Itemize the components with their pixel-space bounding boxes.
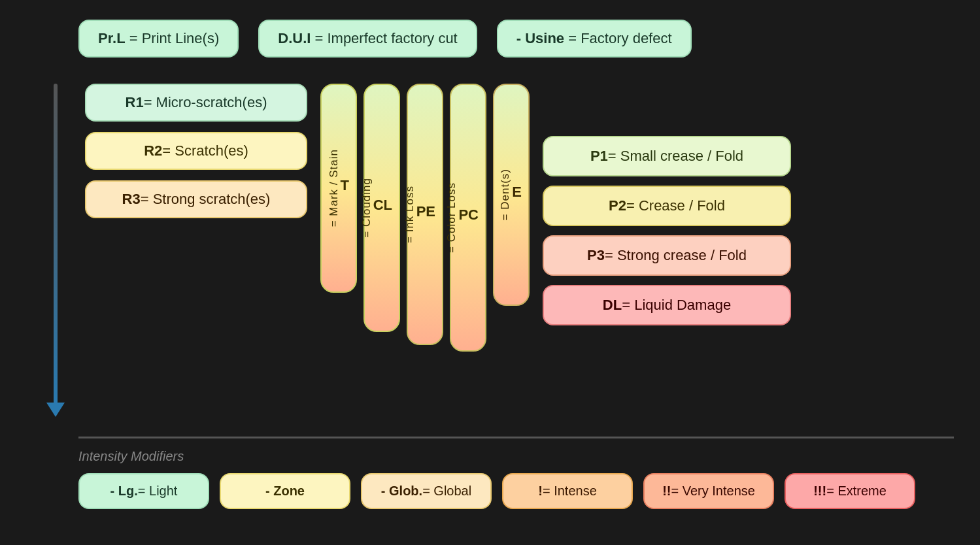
arrow-line [54, 84, 58, 404]
badge-r2-code: R2 [144, 142, 162, 159]
badge-usine-code: - Usine [516, 30, 564, 46]
badge-intense-desc: = Intense [543, 484, 597, 499]
badge-r3-desc: = Strong scratch(es) [141, 191, 271, 208]
badge-r1: R1 = Micro-scratch(es) [85, 84, 307, 122]
badge-extreme: !!! = Extreme [785, 473, 915, 509]
badge-r1-code: R1 [126, 94, 144, 111]
content-section: R1 = Micro-scratch(es) R2 = Scratch(es) … [39, 77, 954, 417]
badge-p1: P1 = Small crease / Fold [543, 136, 791, 176]
badge-dui: D.U.I = Imperfect factory cut [258, 20, 477, 58]
pill-e-text: = Dent(s) [499, 169, 512, 220]
pill-pe-code: PE [416, 203, 435, 220]
badge-p2-code: P2 [609, 197, 626, 214]
badge-p3-desc: = Strong crease / Fold [605, 247, 747, 264]
badge-p2: P2 = Crease / Fold [543, 186, 791, 226]
badge-intense-code: ! [538, 484, 543, 499]
badge-dl: DL = Liquid Damage [543, 285, 791, 325]
divider-label: Intensity Modifiers [78, 449, 954, 464]
main-container: Pr.L = Print Line(s) D.U.I = Imperfect f… [0, 0, 980, 545]
badge-r2-desc: = Scratch(es) [162, 142, 248, 159]
badge-very-intense-desc: = Very Intense [671, 484, 754, 499]
badge-extreme-code: !!! [813, 484, 826, 499]
badge-usine: - Usine = Factory defect [497, 20, 692, 58]
pill-t-text: = Mark / Stain [328, 149, 341, 227]
badge-glob: - Glob. = Global [361, 473, 492, 509]
right-badges: P1 = Small crease / Fold P2 = Crease / F… [543, 77, 791, 325]
badge-zone: - Zone [220, 473, 350, 509]
pill-t: T = Mark / Stain [320, 84, 357, 293]
badge-r3-code: R3 [122, 191, 141, 208]
badge-extreme-desc: = Extreme [826, 484, 887, 499]
badge-usine-desc: = Factory defect [564, 30, 671, 46]
badge-dl-desc: = Liquid Damage [622, 297, 731, 314]
badge-dl-code: DL [603, 297, 622, 314]
badge-r3: R3 = Strong scratch(es) [85, 180, 307, 218]
badge-p2-desc: = Crease / Fold [626, 197, 725, 214]
badge-p3: P3 = Strong crease / Fold [543, 235, 791, 276]
arrow-head [46, 403, 65, 417]
badge-prl-desc: = Print Line(s) [126, 30, 220, 46]
badge-dui-code: D.U.I [278, 30, 311, 46]
badge-p1-code: P1 [590, 148, 608, 165]
pill-pc-code: PC [458, 206, 479, 223]
badge-lg-code: - Lg. [110, 484, 138, 499]
pill-t-code: T [341, 177, 349, 194]
vertical-pills-row: T = Mark / Stain CL = Clouding PE = Ink … [320, 77, 530, 352]
divider-section: Intensity Modifiers - Lg. = Light - Zone… [78, 437, 954, 509]
badge-zone-code: - Zone [265, 484, 305, 499]
badge-r2: R2 = Scratch(es) [85, 132, 307, 170]
bottom-row: - Lg. = Light - Zone - Glob. = Global ! … [78, 473, 954, 509]
badge-prl-code: Pr.L [98, 30, 126, 46]
badge-lg: - Lg. = Light [78, 473, 209, 509]
pill-pe-text: = Ink Loss [403, 186, 416, 243]
badge-dui-desc: = Imperfect factory cut [311, 30, 457, 46]
pill-pe: PE = Ink Loss [407, 84, 443, 345]
pill-pc-text: = Color Loss [445, 182, 458, 253]
badge-very-intense-code: !! [662, 484, 671, 499]
badge-very-intense: !! = Very Intense [643, 473, 774, 509]
badge-glob-code: - Glob. [381, 484, 422, 499]
top-row: Pr.L = Print Line(s) D.U.I = Imperfect f… [78, 20, 954, 58]
pill-cl-text: = Clouding [360, 178, 373, 238]
badge-p3-code: P3 [587, 247, 605, 264]
left-badges: R1 = Micro-scratch(es) R2 = Scratch(es) … [85, 77, 307, 218]
pill-e-code: E [512, 184, 522, 201]
badge-prl: Pr.L = Print Line(s) [78, 20, 239, 58]
badge-glob-desc: = Global [422, 484, 471, 499]
severity-arrow [39, 77, 72, 417]
badge-lg-desc: = Light [138, 484, 178, 499]
pill-cl: CL = Clouding [363, 84, 400, 332]
pill-cl-code: CL [373, 197, 392, 214]
pill-e: E = Dent(s) [493, 84, 530, 306]
badge-intense: ! = Intense [502, 473, 633, 509]
badge-p1-desc: = Small crease / Fold [608, 148, 743, 165]
badge-r1-desc: = Micro-scratch(es) [144, 94, 267, 111]
pill-pc: PC = Color Loss [450, 84, 486, 352]
